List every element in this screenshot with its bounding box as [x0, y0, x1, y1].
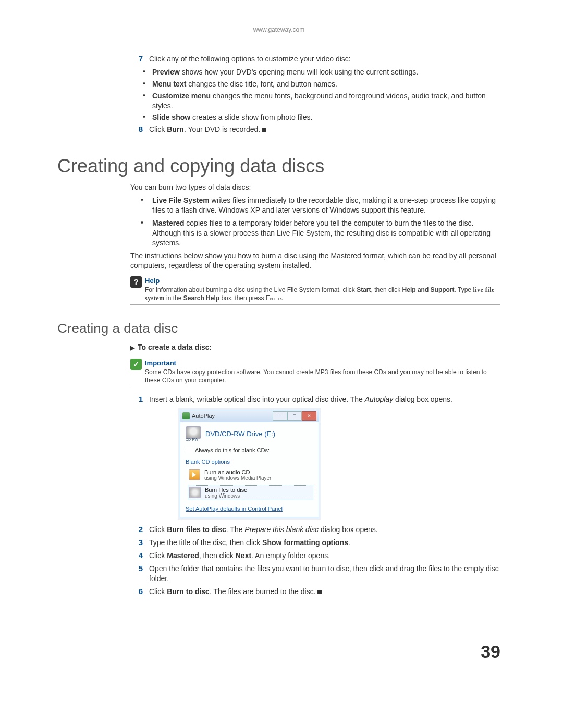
- step-text: Open the folder that contains the files …: [149, 564, 500, 584]
- autoplay-defaults-link[interactable]: Set AutoPlay defaults in Control Panel: [186, 505, 313, 512]
- dialog-title: AutoPlay: [192, 413, 215, 419]
- step-number: 7: [130, 54, 149, 64]
- help-icon: ?: [130, 276, 142, 288]
- procedure-steps-cont: 2 Click Burn files to disc. The Prepare …: [130, 525, 500, 596]
- maximize-button[interactable]: □: [287, 411, 302, 421]
- callout-title: Help: [145, 277, 160, 285]
- step-text: Click Burn files to disc. The Prepare th…: [149, 525, 500, 535]
- step-number: 2: [130, 525, 149, 535]
- step-number: 6: [130, 587, 149, 597]
- step-number: 5: [130, 564, 149, 584]
- important-callout: ✓ Important Some CDs have copy protectio…: [130, 356, 500, 387]
- close-button[interactable]: ✕: [302, 411, 316, 421]
- bullet-icon: •: [141, 218, 152, 248]
- media-player-icon: [189, 469, 200, 480]
- procedure-title: To create a data disc:: [130, 343, 500, 353]
- step-number: 8: [130, 125, 149, 134]
- page-number: 39: [481, 641, 500, 662]
- bullet-icon: •: [143, 67, 152, 77]
- bullet-icon: •: [143, 91, 152, 111]
- option-name-preview: Preview: [152, 68, 180, 76]
- dialog-titlebar: AutoPlay — □ ✕: [180, 410, 319, 422]
- drive-label: DVD/CD-RW Drive (E:): [205, 430, 275, 438]
- autoplay-app-icon: [182, 412, 190, 419]
- document-page: www.gateway.com 7 Click any of the follo…: [0, 0, 563, 677]
- section-heading: Creating and copying data discs: [57, 155, 500, 177]
- bullet-icon: •: [143, 113, 152, 122]
- option-name-customize: Customize menu: [152, 92, 211, 100]
- help-callout: ? Help For information about burning a d…: [130, 274, 500, 305]
- step-text: Type the title of the disc, then click S…: [149, 538, 500, 548]
- step-text: Click Mastered, then click Next. An empt…: [149, 551, 500, 561]
- step-text: Insert a blank, writable optical disc in…: [149, 394, 500, 404]
- options-section-label: Blank CD options: [186, 459, 313, 465]
- autoplay-dialog: AutoPlay — □ ✕ CD-RW DVD/CD-RW Drive (E:…: [180, 410, 319, 517]
- step-number: 4: [130, 551, 149, 561]
- subsection-heading: Creating a data disc: [57, 320, 500, 337]
- step-number: 3: [130, 538, 149, 548]
- option-burn-files[interactable]: Burn files to disc using Windows: [188, 485, 313, 500]
- type-name: Mastered: [152, 219, 184, 227]
- disc-icon: [189, 487, 201, 498]
- checkbox-label: Always do this for blank CDs:: [195, 447, 270, 453]
- step-number: 1: [130, 394, 149, 404]
- end-of-procedure-icon: [317, 590, 322, 594]
- option-name-menutext: Menu text: [152, 80, 186, 88]
- procedure-steps: 1 Insert a blank, writable optical disc …: [130, 394, 500, 404]
- bullet-icon: •: [143, 79, 152, 89]
- body-text: The instructions below show you how to b…: [130, 251, 500, 271]
- disc-icon: [186, 426, 201, 439]
- step-text: Click Burn to disc. The files are burned…: [149, 587, 500, 597]
- option-burn-audio[interactable]: Burn an audio CD using Windows Media Pla…: [188, 468, 313, 482]
- minimize-button[interactable]: —: [273, 411, 287, 421]
- disc-badge: CD-RW: [186, 438, 201, 441]
- always-do-checkbox[interactable]: [186, 447, 192, 453]
- option-name-slideshow: Slide show: [152, 113, 190, 121]
- callout-title: Important: [145, 359, 176, 367]
- type-name: Live File System: [152, 196, 210, 204]
- drive-row: CD-RW DVD/CD-RW Drive (E:): [186, 426, 313, 441]
- body-text: You can burn two types of data discs:: [130, 182, 500, 192]
- bullet-icon: •: [141, 195, 152, 215]
- step-text: Click any of the following options to cu…: [149, 54, 500, 64]
- step-7-block: 7 Click any of the following options to …: [130, 54, 500, 134]
- check-icon: ✓: [130, 359, 142, 370]
- step-text: Click Burn. Your DVD is recorded.: [149, 125, 500, 134]
- header-url: www.gateway.com: [57, 26, 500, 33]
- end-of-procedure-icon: [262, 128, 266, 132]
